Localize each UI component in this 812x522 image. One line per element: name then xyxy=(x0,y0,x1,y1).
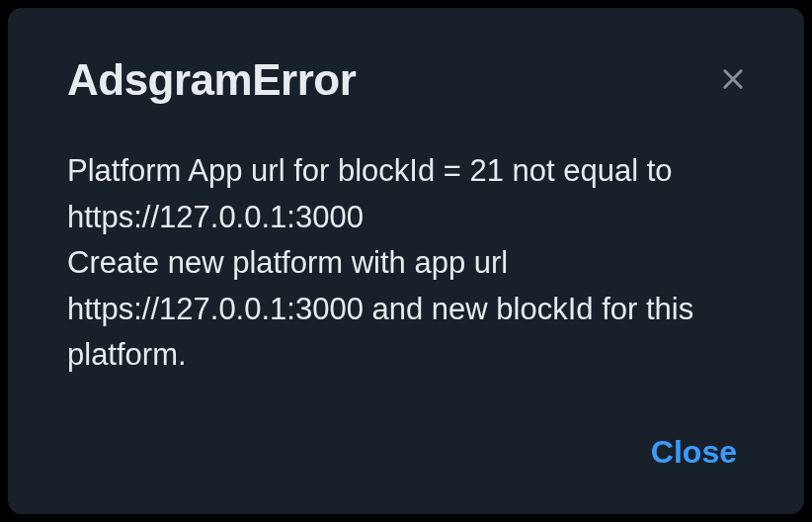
close-button[interactable]: Close xyxy=(643,430,745,475)
close-icon-button[interactable] xyxy=(715,61,751,97)
error-dialog: AdsgramError Platform App url for blockI… xyxy=(8,8,804,514)
close-icon xyxy=(719,65,747,93)
dialog-title: AdsgramError xyxy=(67,55,356,105)
dialog-footer: Close xyxy=(67,430,745,475)
dialog-message: Platform App url for blockId = 21 not eq… xyxy=(67,148,745,379)
dialog-header: AdsgramError xyxy=(67,55,745,105)
